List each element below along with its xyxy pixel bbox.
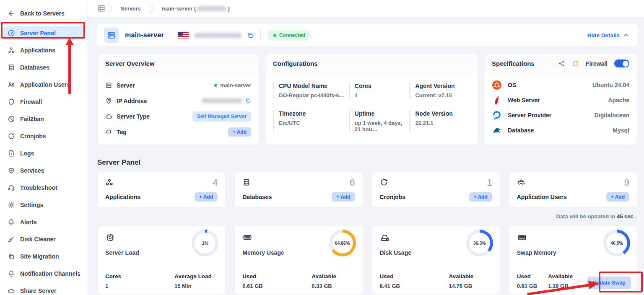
databases-count: 6: [350, 178, 355, 187]
sidebar-item-fail2ban[interactable]: Fail2ban: [3, 113, 84, 125]
server-online-dot: [214, 84, 217, 87]
sidebar-item-notification-channels[interactable]: Notification Channels: [3, 268, 84, 279]
add-tag-button[interactable]: + Add: [228, 127, 251, 137]
share-icon[interactable]: [558, 60, 565, 67]
sidebar-item-troubleshoot[interactable]: Troubleshoot: [3, 182, 84, 194]
sidebar-item-server-panel[interactable]: Server Panel: [3, 26, 84, 40]
sidebar-item-site-migration[interactable]: Site Migration: [3, 251, 84, 262]
config-agent-version: Agent Version Current: v7.15: [409, 83, 470, 98]
overview-row-server-type: Server Type Self Managed Server: [105, 109, 251, 124]
sidebar-item-label: Share Server: [20, 287, 56, 294]
copy-icon: [8, 253, 15, 260]
disk-used-stat: Used 8.41 GB: [380, 273, 449, 289]
cloud-icon: [105, 113, 112, 120]
document-icon: [8, 150, 15, 157]
breadcrumb-current-server: main-server ( ): [156, 5, 236, 12]
add-database-button[interactable]: + Add: [332, 192, 355, 202]
stat-card-application-users: 9 Application Users + Add: [509, 172, 637, 207]
chevron-up-icon: [623, 32, 629, 38]
heart-pulse-icon: [8, 167, 15, 174]
sidebar-item-databases[interactable]: Databases: [3, 62, 84, 73]
server-name: main-server: [125, 31, 164, 39]
config-cores: Cores 1: [349, 83, 410, 98]
section-title-server-panel: Server Panel: [97, 158, 637, 167]
sidebar-item-disk-cleaner[interactable]: Disk Cleaner: [3, 233, 84, 245]
ubuntu-logo: [492, 80, 502, 90]
stat-card-cronjobs: 1 Cronjobs + Add: [372, 172, 500, 207]
redacted-ip: [195, 33, 242, 38]
sidebar-item-services[interactable]: Services: [3, 165, 84, 176]
copy-ip-icon[interactable]: [247, 32, 254, 39]
metric-card-server-load: Server Load 1% Cores 1 Average Load 15 M…: [97, 225, 226, 295]
server-overview-card: Server Overview Server main-server IP Ad…: [97, 54, 259, 145]
sidebar-item-application-users[interactable]: Application Users: [3, 79, 84, 91]
data-update-notice: Data will be updated in 45 sec .: [97, 213, 636, 220]
card-title: Server Overview: [98, 54, 259, 73]
status-dot: [273, 34, 276, 37]
content: main-server Connected Hide Details: [88, 17, 644, 295]
config-uptime: Uptime up 1 week, 4 days, 21 hou…: [349, 110, 410, 132]
memory-available-stat: Available 0.33 GB: [312, 273, 356, 289]
stat-card-databases: 6 Databases + Add: [234, 172, 363, 207]
applications-count: 4: [213, 178, 218, 187]
gear-icon: [8, 201, 15, 209]
add-cronjob-button[interactable]: + Add: [469, 192, 492, 202]
database-icon: [8, 64, 15, 71]
card-title: Specifications: [492, 60, 535, 67]
cronjobs-count: 1: [487, 178, 492, 187]
apps-cluster-icon: [8, 47, 15, 54]
arrow-left-icon: [8, 10, 15, 17]
sidebar-item-alerts[interactable]: Alerts: [3, 216, 84, 228]
config-node-version: Node Version 22.21.1: [409, 110, 470, 132]
sidebar-item-label: Applications: [20, 47, 55, 54]
sidebar-item-applications[interactable]: Applications: [3, 44, 84, 56]
spec-row-server-provider: Server Provider Digitalocean: [492, 108, 629, 123]
sidebar-item-firewall[interactable]: Firewall: [3, 96, 84, 108]
sidebar-item-share-server[interactable]: Share Server: [3, 285, 84, 295]
refresh-icon[interactable]: [572, 60, 579, 67]
swap-used-stat: Used 0.81 GB: [517, 273, 537, 289]
bell-icon: [8, 218, 15, 226]
headset-icon: [8, 184, 15, 191]
spec-row-os: OS Ubuntu 24.04: [492, 78, 629, 93]
server-avatar: [104, 28, 119, 43]
sidebar-item-logs[interactable]: Logs: [3, 148, 84, 159]
memory-usage-donut: 64.86%: [329, 230, 356, 256]
add-application-button[interactable]: + Add: [195, 192, 218, 202]
disk-available-stat: Available 14.76 GB: [449, 273, 494, 289]
sidebar-item-label: Troubleshoot: [20, 184, 57, 191]
redacted-ip: [202, 98, 242, 103]
sidebar-item-label: Logs: [20, 150, 34, 157]
back-to-servers-link[interactable]: Back to Servers: [3, 8, 84, 19]
firewall-label: Firewall: [586, 60, 608, 67]
spec-row-database: Database Mysql: [492, 123, 629, 138]
databases-icon: [242, 178, 251, 186]
redacted-ip: [197, 6, 226, 11]
application-users-count: 9: [624, 178, 629, 187]
gauge-icon: [8, 29, 15, 37]
overview-row-tag: Tag + Add: [105, 124, 251, 140]
cloud-icon: [8, 287, 15, 295]
sidebar-item-label: Notification Channels: [20, 270, 80, 277]
overview-row-server: Server main-server: [105, 78, 251, 93]
server-list-icon[interactable]: [97, 4, 106, 13]
chevron-right-separator: [148, 2, 154, 15]
sidebar-item-label: Application Users: [20, 81, 70, 88]
copy-ip-icon[interactable]: [245, 98, 251, 104]
tag-icon: [105, 128, 112, 135]
sidebar-item-settings[interactable]: Settings: [3, 199, 84, 211]
firewall-toggle[interactable]: [614, 60, 629, 67]
divider: [171, 31, 171, 40]
average-load-stat: Average Load 15 Min: [174, 273, 219, 289]
metric-card-memory-usage: Memory Usage 64.86% Used 0.61 GB Availab…: [234, 225, 363, 295]
card-title: Configurations: [265, 54, 478, 73]
sidebar-item-cronjobs[interactable]: Cronjobs: [3, 130, 84, 142]
add-application-user-button[interactable]: + Add: [606, 192, 629, 202]
us-flag-icon: [178, 32, 189, 39]
breadcrumb-servers[interactable]: Servers: [115, 5, 147, 12]
application-users-icon: [517, 178, 525, 186]
server-icon: [105, 82, 112, 89]
overview-row-ip: IP Address: [105, 93, 251, 109]
update-swap-button[interactable]: Update Swap: [587, 277, 631, 289]
hide-details-button[interactable]: Hide Details: [587, 32, 629, 39]
